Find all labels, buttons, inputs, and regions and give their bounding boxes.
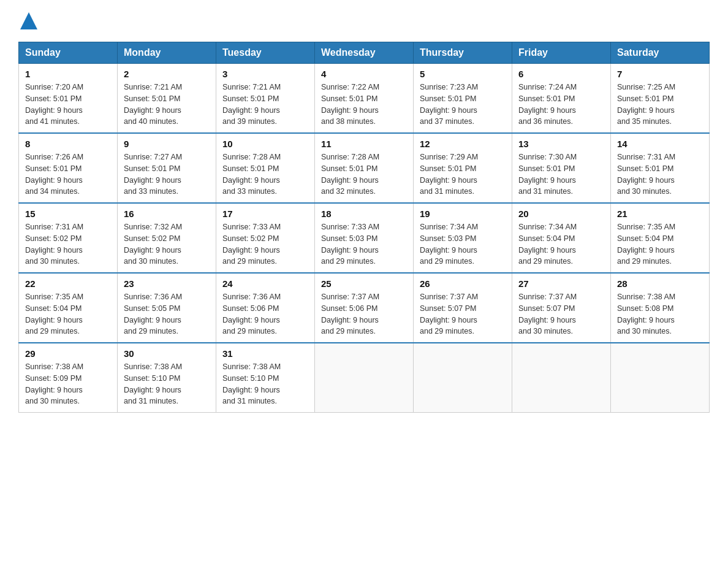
calendar-day-cell: [414, 343, 512, 413]
calendar-week-row: 1Sunrise: 7:20 AMSunset: 5:01 PMDaylight…: [19, 64, 710, 134]
day-number: 18: [321, 209, 407, 219]
calendar-day-cell: 8Sunrise: 7:26 AMSunset: 5:01 PMDaylight…: [19, 133, 118, 203]
calendar-day-cell: 1Sunrise: 7:20 AMSunset: 5:01 PMDaylight…: [19, 64, 118, 134]
calendar-day-cell: 21Sunrise: 7:35 AMSunset: 5:04 PMDayligh…: [611, 203, 710, 273]
day-number: 24: [222, 278, 308, 289]
calendar-day-cell: 24Sunrise: 7:36 AMSunset: 5:06 PMDayligh…: [216, 273, 315, 343]
day-number: 20: [518, 209, 604, 219]
calendar-day-cell: 7Sunrise: 7:25 AMSunset: 5:01 PMDaylight…: [611, 64, 710, 134]
logo-triangle-icon: [20, 12, 37, 29]
day-info: Sunrise: 7:38 AMSunset: 5:08 PMDaylight:…: [617, 291, 703, 337]
calendar-header-saturday: Saturday: [611, 42, 710, 64]
calendar-day-cell: 25Sunrise: 7:37 AMSunset: 5:06 PMDayligh…: [315, 273, 414, 343]
day-info: Sunrise: 7:32 AMSunset: 5:02 PMDaylight:…: [124, 221, 210, 267]
calendar-day-cell: [611, 343, 710, 413]
day-info: Sunrise: 7:28 AMSunset: 5:01 PMDaylight:…: [222, 151, 308, 197]
calendar-day-cell: 11Sunrise: 7:28 AMSunset: 5:01 PMDayligh…: [315, 133, 414, 203]
day-number: 12: [420, 139, 506, 149]
day-number: 7: [617, 69, 703, 79]
day-number: 2: [124, 69, 210, 79]
day-info: Sunrise: 7:21 AMSunset: 5:01 PMDaylight:…: [222, 82, 308, 128]
day-number: 21: [617, 209, 703, 219]
day-number: 6: [518, 69, 604, 79]
calendar-day-cell: [315, 343, 414, 413]
day-info: Sunrise: 7:27 AMSunset: 5:01 PMDaylight:…: [124, 151, 210, 197]
day-number: 26: [420, 278, 506, 289]
svg-marker-0: [20, 12, 37, 29]
calendar-day-cell: 6Sunrise: 7:24 AMSunset: 5:01 PMDaylight…: [512, 64, 611, 134]
calendar-header-friday: Friday: [512, 42, 611, 64]
day-info: Sunrise: 7:36 AMSunset: 5:05 PMDaylight:…: [124, 291, 210, 337]
calendar-header-wednesday: Wednesday: [315, 42, 414, 64]
day-info: Sunrise: 7:23 AMSunset: 5:01 PMDaylight:…: [420, 82, 506, 128]
day-number: 3: [222, 69, 308, 79]
calendar-day-cell: 3Sunrise: 7:21 AMSunset: 5:01 PMDaylight…: [216, 64, 315, 134]
day-info: Sunrise: 7:28 AMSunset: 5:01 PMDaylight:…: [321, 151, 407, 197]
calendar-day-cell: 4Sunrise: 7:22 AMSunset: 5:01 PMDaylight…: [315, 64, 414, 134]
calendar-header-monday: Monday: [118, 42, 216, 64]
calendar-day-cell: 29Sunrise: 7:38 AMSunset: 5:09 PMDayligh…: [19, 343, 118, 413]
calendar-header-tuesday: Tuesday: [216, 42, 315, 64]
day-number: 16: [124, 209, 210, 219]
calendar-day-cell: 14Sunrise: 7:31 AMSunset: 5:01 PMDayligh…: [611, 133, 710, 203]
calendar-day-cell: 12Sunrise: 7:29 AMSunset: 5:01 PMDayligh…: [414, 133, 512, 203]
calendar-day-cell: 16Sunrise: 7:32 AMSunset: 5:02 PMDayligh…: [118, 203, 216, 273]
calendar-day-cell: 22Sunrise: 7:35 AMSunset: 5:04 PMDayligh…: [19, 273, 118, 343]
day-info: Sunrise: 7:22 AMSunset: 5:01 PMDaylight:…: [321, 82, 407, 128]
day-number: 1: [25, 69, 111, 79]
day-info: Sunrise: 7:37 AMSunset: 5:07 PMDaylight:…: [420, 291, 506, 337]
day-info: Sunrise: 7:35 AMSunset: 5:04 PMDaylight:…: [25, 291, 111, 337]
calendar-day-cell: 28Sunrise: 7:38 AMSunset: 5:08 PMDayligh…: [611, 273, 710, 343]
calendar-day-cell: 27Sunrise: 7:37 AMSunset: 5:07 PMDayligh…: [512, 273, 611, 343]
day-info: Sunrise: 7:38 AMSunset: 5:10 PMDaylight:…: [124, 361, 210, 407]
logo: [18, 12, 37, 31]
day-number: 4: [321, 69, 407, 79]
calendar-table: SundayMondayTuesdayWednesdayThursdayFrid…: [18, 42, 710, 413]
day-number: 23: [124, 278, 210, 289]
calendar-day-cell: 18Sunrise: 7:33 AMSunset: 5:03 PMDayligh…: [315, 203, 414, 273]
calendar-day-cell: 31Sunrise: 7:38 AMSunset: 5:10 PMDayligh…: [216, 343, 315, 413]
day-info: Sunrise: 7:36 AMSunset: 5:06 PMDaylight:…: [222, 291, 308, 337]
day-info: Sunrise: 7:37 AMSunset: 5:07 PMDaylight:…: [518, 291, 604, 337]
calendar-day-cell: 13Sunrise: 7:30 AMSunset: 5:01 PMDayligh…: [512, 133, 611, 203]
calendar-day-cell: 10Sunrise: 7:28 AMSunset: 5:01 PMDayligh…: [216, 133, 315, 203]
day-info: Sunrise: 7:38 AMSunset: 5:10 PMDaylight:…: [222, 361, 308, 407]
day-number: 28: [617, 278, 703, 289]
calendar-day-cell: 5Sunrise: 7:23 AMSunset: 5:01 PMDaylight…: [414, 64, 512, 134]
calendar-week-row: 15Sunrise: 7:31 AMSunset: 5:02 PMDayligh…: [19, 203, 710, 273]
day-number: 10: [222, 139, 308, 149]
day-info: Sunrise: 7:33 AMSunset: 5:03 PMDaylight:…: [321, 221, 407, 267]
day-info: Sunrise: 7:31 AMSunset: 5:02 PMDaylight:…: [25, 221, 111, 267]
calendar-day-cell: 9Sunrise: 7:27 AMSunset: 5:01 PMDaylight…: [118, 133, 216, 203]
calendar-day-cell: 17Sunrise: 7:33 AMSunset: 5:02 PMDayligh…: [216, 203, 315, 273]
calendar-header-row: SundayMondayTuesdayWednesdayThursdayFrid…: [19, 42, 710, 64]
day-info: Sunrise: 7:38 AMSunset: 5:09 PMDaylight:…: [25, 361, 111, 407]
day-info: Sunrise: 7:21 AMSunset: 5:01 PMDaylight:…: [124, 82, 210, 128]
day-number: 17: [222, 209, 308, 219]
day-info: Sunrise: 7:35 AMSunset: 5:04 PMDaylight:…: [617, 221, 703, 267]
calendar-header-thursday: Thursday: [414, 42, 512, 64]
day-info: Sunrise: 7:34 AMSunset: 5:04 PMDaylight:…: [518, 221, 604, 267]
calendar-week-row: 22Sunrise: 7:35 AMSunset: 5:04 PMDayligh…: [19, 273, 710, 343]
calendar-day-cell: 20Sunrise: 7:34 AMSunset: 5:04 PMDayligh…: [512, 203, 611, 273]
calendar-week-row: 8Sunrise: 7:26 AMSunset: 5:01 PMDaylight…: [19, 133, 710, 203]
day-info: Sunrise: 7:29 AMSunset: 5:01 PMDaylight:…: [420, 151, 506, 197]
day-number: 15: [25, 209, 111, 219]
day-number: 5: [420, 69, 506, 79]
day-info: Sunrise: 7:31 AMSunset: 5:01 PMDaylight:…: [617, 151, 703, 197]
day-number: 13: [518, 139, 604, 149]
day-number: 9: [124, 139, 210, 149]
calendar-day-cell: 2Sunrise: 7:21 AMSunset: 5:01 PMDaylight…: [118, 64, 216, 134]
calendar-header-sunday: Sunday: [19, 42, 118, 64]
day-info: Sunrise: 7:25 AMSunset: 5:01 PMDaylight:…: [617, 82, 703, 128]
day-number: 27: [518, 278, 604, 289]
page-header: [18, 12, 710, 31]
calendar-week-row: 29Sunrise: 7:38 AMSunset: 5:09 PMDayligh…: [19, 343, 710, 413]
day-number: 19: [420, 209, 506, 219]
calendar-day-cell: [512, 343, 611, 413]
calendar-day-cell: 15Sunrise: 7:31 AMSunset: 5:02 PMDayligh…: [19, 203, 118, 273]
day-number: 25: [321, 278, 407, 289]
day-number: 22: [25, 278, 111, 289]
day-number: 14: [617, 139, 703, 149]
day-number: 11: [321, 139, 407, 149]
